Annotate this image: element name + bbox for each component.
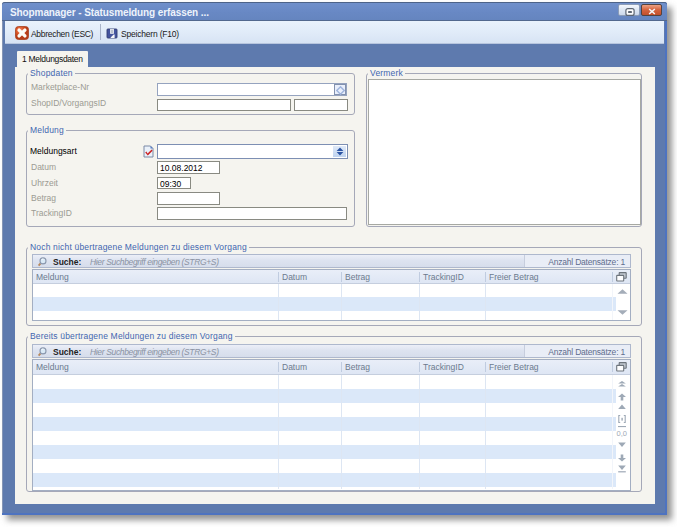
svg-text:0,0: 0,0 xyxy=(617,429,627,437)
